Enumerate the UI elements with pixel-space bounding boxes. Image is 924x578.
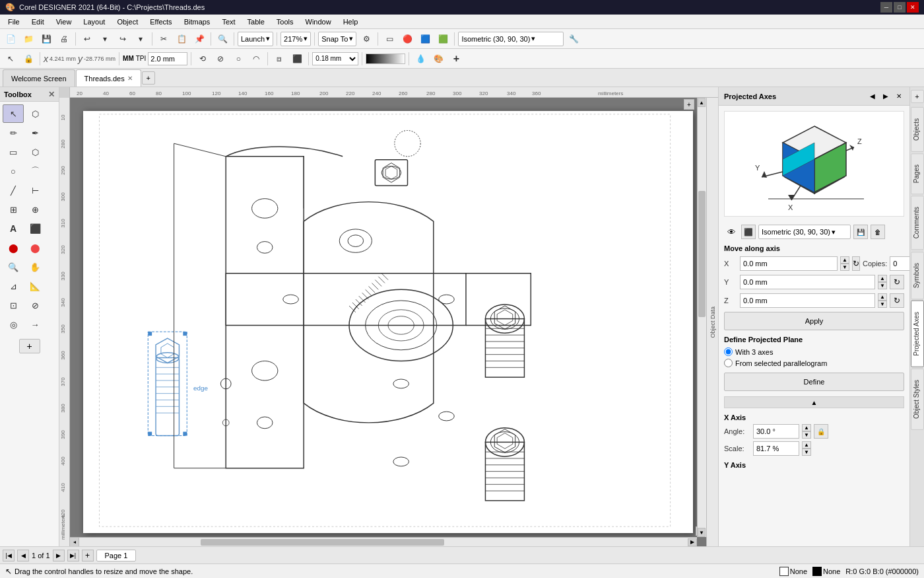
scroll-prev-page-btn[interactable]: ◂	[70, 537, 79, 546]
menu-object[interactable]: Object	[112, 17, 143, 27]
apply-button[interactable]: Apply	[724, 312, 904, 330]
new-btn[interactable]: 📄	[3, 31, 18, 47]
save-preset-btn[interactable]: 💾	[853, 225, 868, 239]
far-tab-object-styles[interactable]: Object Styles	[911, 369, 924, 430]
view-btn2[interactable]: 🔴	[399, 31, 415, 47]
add-page-btn[interactable]: +	[82, 550, 94, 561]
object-data-label[interactable]: Object Data	[708, 304, 717, 341]
tool-spiral[interactable]: ◎	[3, 315, 24, 334]
tool-3dbox[interactable]: ⬛	[24, 219, 46, 238]
copies-input[interactable]	[890, 256, 909, 271]
y-refresh-btn[interactable]: ↻	[890, 275, 904, 289]
menu-view[interactable]: View	[51, 17, 77, 27]
hscrollbar[interactable]: ◀ ▶	[70, 537, 697, 546]
menu-file[interactable]: File	[3, 17, 25, 27]
lock-btn[interactable]: 🔒	[20, 51, 36, 67]
fill-color-swatch[interactable]	[779, 567, 789, 576]
save-btn[interactable]: 💾	[38, 31, 54, 47]
menu-help[interactable]: Help	[338, 17, 364, 27]
next-page-btn[interactable]: ▶	[53, 550, 65, 561]
projection-settings-btn[interactable]: 🔧	[566, 31, 581, 47]
add-tool-btn[interactable]: +	[448, 51, 464, 67]
x-scale-down[interactable]: ▼	[802, 449, 811, 456]
outline-color-swatch[interactable]	[812, 567, 822, 576]
x-angle-up[interactable]: ▲	[802, 424, 811, 431]
z-refresh-btn[interactable]: ↻	[890, 293, 904, 308]
define-button[interactable]: Define	[724, 373, 904, 391]
view-btn4[interactable]: 🟩	[435, 31, 451, 47]
size-input[interactable]	[148, 52, 187, 65]
arc-btn[interactable]: ◠	[248, 51, 264, 67]
object-data-tab[interactable]: Object Data	[706, 98, 718, 546]
x-refresh-btn[interactable]: ↻	[852, 256, 860, 271]
page-tab-1[interactable]: Page 1	[96, 550, 137, 561]
ellipse-tool-btn[interactable]: ○	[230, 51, 246, 67]
snap-icon-btn[interactable]: ⧈	[271, 51, 287, 67]
pointer-btn[interactable]: ↖	[3, 51, 18, 67]
line-width-select[interactable]: 0.18 mm 0.25 mm 0.5 mm	[312, 52, 358, 65]
colorstyle-btn[interactable]: 🎨	[430, 51, 446, 67]
search-btn[interactable]: 🔍	[214, 31, 230, 47]
tab-add-button[interactable]: +	[142, 71, 155, 85]
add-tool-icon[interactable]: +	[19, 339, 40, 353]
tool-arrow[interactable]: →	[24, 315, 46, 334]
gradient-slider[interactable]	[366, 54, 405, 64]
y-spin-down[interactable]: ▼	[878, 282, 887, 289]
toolbox-close-btn[interactable]: ✕	[48, 90, 55, 99]
menu-table[interactable]: Table	[242, 17, 270, 27]
settings-btn[interactable]: ⚙	[358, 31, 374, 47]
y-axis-input[interactable]	[740, 275, 875, 289]
redo-drop-btn[interactable]: ▾	[133, 31, 148, 47]
tab-expand-btn[interactable]: +	[911, 90, 924, 103]
scroll-right-btn[interactable]: ▶	[688, 538, 697, 546]
snap-dropdown[interactable]: Snap To ▾	[318, 32, 356, 46]
tool-line[interactable]: ╱	[3, 181, 24, 199]
zoom-dropdown[interactable]: 217% ▾	[280, 32, 311, 46]
eyedrop-btn[interactable]: 💧	[412, 51, 428, 67]
tool-node[interactable]: ⬡	[24, 104, 46, 123]
visibility-toggle-btn[interactable]: 👁	[724, 225, 739, 239]
tool-break[interactable]: ⊘	[24, 296, 46, 314]
x-spin-up[interactable]: ▲	[840, 256, 849, 264]
z-spin-down[interactable]: ▼	[878, 301, 887, 308]
title-bar-controls[interactable]: ─ □ ✕	[880, 2, 919, 13]
scroll-top-btn[interactable]: +	[684, 99, 694, 110]
undo-drop-btn[interactable]: ▾	[97, 31, 113, 47]
menu-tools[interactable]: Tools	[271, 17, 299, 27]
tool-ellipse[interactable]: ○	[3, 162, 24, 180]
tool-select[interactable]: ↖	[3, 104, 24, 123]
open-btn[interactable]: 📁	[20, 31, 36, 47]
cut-btn[interactable]: ✂	[156, 31, 172, 47]
tool-smartfill[interactable]: ⊕	[24, 200, 46, 219]
panel-close-btn[interactable]: ✕	[894, 91, 904, 102]
x-axis-input[interactable]	[740, 256, 838, 271]
tool-snap[interactable]: ⊿	[3, 277, 24, 295]
z-axis-input[interactable]	[740, 293, 875, 308]
copy-btn[interactable]: 📋	[174, 31, 189, 47]
far-tab-comments[interactable]: Comments	[911, 196, 924, 250]
tab-threads-des[interactable]: Threads.des ✕	[76, 69, 141, 87]
print-btn[interactable]: 🖨	[56, 31, 72, 47]
redo-btn[interactable]: ↪	[115, 31, 131, 47]
menu-bitmaps[interactable]: Bitmaps	[179, 17, 216, 27]
close-button[interactable]: ✕	[907, 2, 919, 13]
tool-rect[interactable]: ▭	[3, 143, 24, 161]
panel-prev-btn[interactable]: ◀	[867, 91, 878, 102]
x-spin-down[interactable]: ▼	[840, 264, 849, 271]
delete-preset-btn[interactable]: 🗑	[871, 225, 885, 239]
radio-parallelogram[interactable]	[724, 359, 733, 367]
x-angle-down[interactable]: ▼	[802, 431, 811, 439]
far-tab-pages[interactable]: Pages	[911, 153, 924, 194]
tool-zoom[interactable]: 🔍	[3, 258, 24, 276]
scroll-down-btn[interactable]: ▼	[698, 528, 706, 537]
projection-dropdown[interactable]: Isometric (30, 90, 30) ▾	[458, 32, 564, 46]
menu-layout[interactable]: Layout	[78, 17, 110, 27]
menu-effects[interactable]: Effects	[145, 17, 177, 27]
tool-paint-blue[interactable]: ⬤	[24, 238, 46, 257]
mirror-btn[interactable]: ⊘	[213, 51, 228, 67]
paste-btn[interactable]: 📌	[191, 31, 207, 47]
menu-window[interactable]: Window	[300, 17, 337, 27]
far-tab-symbols[interactable]: Symbols	[911, 252, 924, 299]
tool-polygon[interactable]: ⬡	[24, 143, 46, 161]
fill-btn[interactable]: ⬛	[289, 51, 305, 67]
